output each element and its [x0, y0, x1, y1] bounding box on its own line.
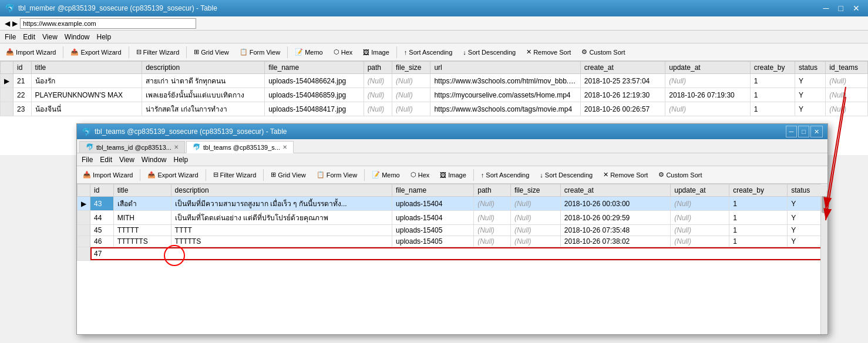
- sort-descending-button[interactable]: ↓ Sort Descending: [459, 48, 519, 57]
- tab-close-2[interactable]: ✕: [282, 144, 287, 150]
- export-wizard-button[interactable]: 📤 Export Wizard: [67, 47, 125, 57]
- col-create-at[interactable]: create_at: [580, 62, 665, 74]
- inner-cell-title: TTTTTTS: [113, 236, 171, 247]
- inner-menu-file[interactable]: File: [82, 156, 93, 164]
- inner-cell-file-name: uploads-15405: [392, 236, 474, 247]
- tab-tbl-teams-id[interactable]: 🐬 tbl_teams_id @cp83513... ✕: [79, 141, 185, 153]
- scrollbar[interactable]: [820, 184, 827, 334]
- inner-cell-create-by: 1: [729, 197, 788, 211]
- inner-table: id title description file_name path file…: [77, 184, 827, 261]
- inner-col-description[interactable]: description: [171, 184, 392, 197]
- inner-sort-descending-button[interactable]: ↓ Sort Descending: [536, 170, 596, 180]
- memo-button[interactable]: 📝 Memo: [291, 47, 327, 57]
- inner-col-file-name[interactable]: file_name: [392, 184, 474, 197]
- inner-col-update-at[interactable]: update_at: [671, 184, 729, 197]
- form-view-button[interactable]: 📋 Form View: [236, 47, 284, 57]
- new-table-row[interactable]: [78, 247, 827, 261]
- new-row-id-cell: [90, 247, 827, 261]
- col-file-size[interactable]: file_size: [392, 62, 430, 74]
- forward-icon[interactable]: ▶: [12, 19, 18, 28]
- grid-view-button[interactable]: ⊞ Grid View: [190, 47, 232, 57]
- tab-tbl-teams[interactable]: 🐬 tbl_teams @cp835139_s... ✕: [186, 141, 294, 153]
- new-row-id-input[interactable]: [92, 248, 127, 259]
- cell-create-at: 2018-10-26 12:19:30: [580, 88, 665, 102]
- col-title[interactable]: title: [31, 62, 142, 74]
- inner-col-path[interactable]: path: [474, 184, 511, 197]
- inner-col-status[interactable]: status: [788, 184, 827, 197]
- inner-custom-sort-button[interactable]: ⚙ Custom Sort: [655, 170, 705, 180]
- table-row[interactable]: ▶ 43 เสือดำ เป็นทีมที่มีความสามารถสูงมาก…: [78, 197, 827, 211]
- back-icon[interactable]: ◀: [5, 19, 10, 28]
- cell-description: น่ารักสดใส เก่งในการทำงา: [142, 102, 265, 116]
- menu-edit[interactable]: Edit: [23, 33, 35, 41]
- maximize-button[interactable]: □: [835, 4, 847, 12]
- custom-sort-button[interactable]: ⚙ Custom Sort: [578, 47, 628, 57]
- inner-cell-create-by: 1: [729, 211, 788, 225]
- inner-hex-button[interactable]: ⬡ Hex: [407, 170, 433, 180]
- col-update-at[interactable]: update_at: [665, 62, 750, 74]
- col-create-by[interactable]: create_by: [750, 62, 795, 74]
- menu-file[interactable]: File: [5, 33, 16, 41]
- tab-close-1[interactable]: ✕: [174, 144, 179, 150]
- inner-image-button[interactable]: 🖼 Image: [436, 170, 470, 180]
- inner-row-indicator: [78, 211, 90, 225]
- cell-create-by: 1: [750, 74, 795, 88]
- inner-sep4: [364, 169, 365, 181]
- hex-button[interactable]: ⬡ Hex: [330, 47, 356, 57]
- row-indicator-header: [1, 62, 14, 74]
- sort-ascending-button[interactable]: ↑ Sort Ascending: [401, 48, 456, 57]
- inner-filter-wizard-button[interactable]: ⊟ Filter Wizard: [210, 170, 260, 180]
- col-id-teams[interactable]: id_teams: [826, 62, 868, 74]
- col-id[interactable]: id: [14, 62, 32, 74]
- inner-export-wizard-button[interactable]: 📤 Export Wizard: [144, 170, 201, 180]
- inner-menu-view[interactable]: View: [119, 156, 134, 164]
- table-row[interactable]: 46 TTTTTTS TTTTTS uploads-15405 (Null) (…: [78, 236, 827, 247]
- cell-title: น้องรัก: [31, 74, 142, 88]
- address-input[interactable]: [20, 18, 196, 29]
- inner-cell-description: เป็นทีมที่โดดเด่นอย่าง แต่ดีที่ปรับโปรย์…: [171, 211, 392, 225]
- col-path[interactable]: path: [364, 62, 392, 74]
- inner-form-view-button[interactable]: 📋 Form View: [313, 170, 361, 180]
- inner-menu-window[interactable]: Window: [142, 156, 167, 164]
- remove-sort-button[interactable]: ✕ Remove Sort: [523, 47, 574, 57]
- col-status[interactable]: status: [795, 62, 826, 74]
- outer-title-bar: 🐬 tbl_member @cp835139_sosecure (cp83513…: [0, 0, 868, 16]
- close-button[interactable]: ✕: [849, 4, 863, 12]
- row-indicator: [1, 102, 14, 116]
- inner-menu-help[interactable]: Help: [174, 156, 189, 164]
- grid-icon: ⊞: [194, 48, 199, 56]
- inner-cell-create-at: 2018-10-26 00:29:59: [560, 211, 670, 225]
- col-description[interactable]: description: [142, 62, 265, 74]
- inner-col-create-at[interactable]: create_at: [560, 184, 670, 197]
- col-url[interactable]: url: [430, 62, 580, 74]
- import-wizard-button[interactable]: 📥 Import Wizard: [2, 47, 59, 57]
- inner-minimize-button[interactable]: ─: [786, 126, 798, 137]
- inner-maximize-button[interactable]: □: [798, 126, 809, 137]
- inner-remove-sort-button[interactable]: ✕ Remove Sort: [600, 170, 651, 180]
- inner-memo-button[interactable]: 📝 Memo: [368, 170, 403, 180]
- image-button[interactable]: 🖼 Image: [359, 48, 393, 57]
- inner-grid-view-button[interactable]: ⊞ Grid View: [267, 170, 309, 180]
- inner-import-wizard-button[interactable]: 📥 Import Wizard: [79, 170, 136, 180]
- inner-col-file-size[interactable]: file_size: [510, 184, 560, 197]
- inner-cell-path: (Null): [474, 211, 511, 225]
- hex-icon: ⬡: [334, 48, 339, 56]
- col-file-name[interactable]: file_name: [265, 62, 364, 74]
- menu-help[interactable]: Help: [97, 33, 112, 41]
- table-row[interactable]: 23 น้องจีนนี่ น่ารักสดใส เก่งในการทำงา u…: [1, 102, 868, 116]
- cell-path: (Null): [364, 88, 392, 102]
- inner-menu-edit[interactable]: Edit: [100, 156, 112, 164]
- minimize-button[interactable]: ─: [820, 4, 833, 12]
- menu-window[interactable]: Window: [65, 33, 90, 41]
- inner-close-button[interactable]: ✕: [810, 126, 823, 137]
- table-row[interactable]: 22 PLAYERUNKNOWN'S MAX เพลเยอร์ยังนั้นมั…: [1, 88, 868, 102]
- filter-wizard-button[interactable]: ⊟ Filter Wizard: [133, 47, 183, 57]
- menu-view[interactable]: View: [42, 33, 58, 41]
- inner-col-title[interactable]: title: [113, 184, 171, 197]
- table-row[interactable]: ▶ 21 น้องรัก สายเก่า น่าตาดี รักทุกคนน u…: [1, 74, 868, 88]
- inner-col-id[interactable]: id: [90, 184, 114, 197]
- table-row[interactable]: 45 TTTTT TTTT uploads-15405 (Null) (Null…: [78, 225, 827, 236]
- inner-sort-ascending-button[interactable]: ↑ Sort Ascending: [477, 170, 533, 180]
- table-row[interactable]: 44 MITH เป็นทีมที่โดดเด่นอย่าง แต่ดีที่ป…: [78, 211, 827, 225]
- inner-col-create-by[interactable]: create_by: [729, 184, 788, 197]
